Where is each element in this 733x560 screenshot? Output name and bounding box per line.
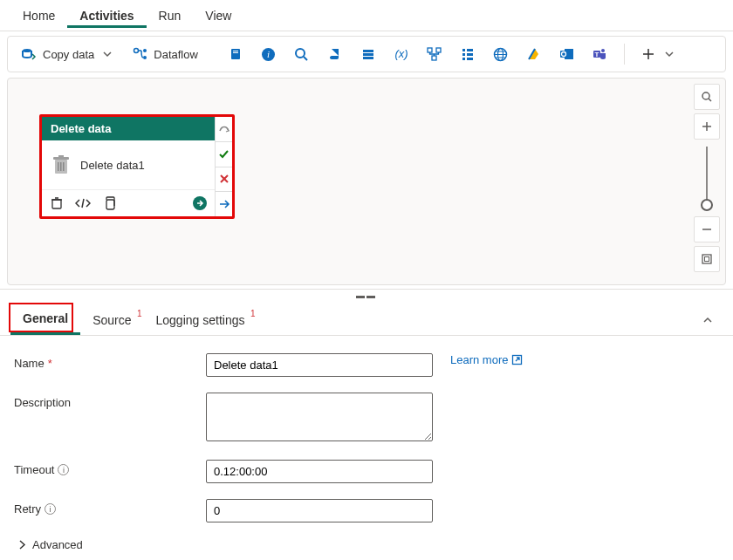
general-form: Name* Learn more Description Timeout i <box>0 336 733 560</box>
svg-rect-20 <box>467 49 473 51</box>
svg-rect-33 <box>58 155 64 157</box>
connector-fail[interactable] <box>216 167 232 193</box>
function-tool-button[interactable] <box>519 43 549 65</box>
copy-data-icon <box>22 46 38 62</box>
svg-rect-42 <box>705 257 709 262</box>
notebook-icon <box>228 46 243 62</box>
connector-completion[interactable] <box>216 192 232 216</box>
svg-point-30 <box>601 49 605 52</box>
nav-view[interactable]: View <box>193 3 243 28</box>
script-tool-button[interactable] <box>320 43 350 65</box>
pipeline-canvas[interactable]: Delete data Delete data1 <box>7 78 726 285</box>
advanced-toggle[interactable]: Advanced <box>14 538 719 551</box>
tab-source-label: Source <box>92 313 131 327</box>
svg-rect-12 <box>363 57 373 59</box>
variable-icon: (x) <box>394 46 409 62</box>
web-tool-button[interactable] <box>486 43 516 65</box>
advanced-label: Advanced <box>32 538 83 551</box>
canvas-search-button[interactable] <box>694 84 720 110</box>
svg-text:i: i <box>267 49 270 59</box>
svg-text:T: T <box>595 51 599 58</box>
panel-collapse-button[interactable] <box>693 309 723 331</box>
code-action-icon[interactable] <box>75 195 91 211</box>
tab-source[interactable]: Source 1 <box>80 306 143 334</box>
row-name: Name* Learn more <box>14 353 719 377</box>
svg-rect-10 <box>363 50 373 52</box>
svg-rect-15 <box>436 48 441 52</box>
chevron-right-icon <box>17 540 27 550</box>
nav-activities[interactable]: Activities <box>67 3 146 28</box>
activity-node-selected[interactable]: Delete data Delete data1 <box>39 114 235 219</box>
zoom-slider[interactable] <box>706 147 708 209</box>
nav-home[interactable]: Home <box>10 3 67 28</box>
nav-run[interactable]: Run <box>147 3 194 28</box>
copy-action-icon[interactable] <box>101 195 117 211</box>
name-label: Name* <box>14 353 206 370</box>
svg-rect-22 <box>467 58 473 60</box>
activity-node-header: Delete data <box>42 117 215 140</box>
tab-general[interactable]: General <box>10 304 80 335</box>
info-tool-button[interactable]: i <box>254 43 284 65</box>
properties-panel: ▬▬ General Source 1 Logging settings 1 N… <box>0 289 733 560</box>
retry-input[interactable] <box>206 499 433 522</box>
pipeline-icon <box>427 46 442 62</box>
timeout-input[interactable] <box>206 460 433 483</box>
activity-node-body: Delete data1 <box>42 140 215 190</box>
connector-success[interactable] <box>216 142 232 167</box>
data-tool-button[interactable] <box>353 43 383 65</box>
list-tool-button[interactable] <box>453 43 483 65</box>
panel-resize-grip[interactable]: ▬▬ <box>0 290 733 301</box>
connector-skip[interactable] <box>216 117 232 142</box>
chevron-down-icon <box>661 46 677 62</box>
run-action-icon[interactable] <box>192 195 208 211</box>
notebook-tool-button[interactable] <box>221 43 250 65</box>
zoom-in-button[interactable] <box>694 113 720 140</box>
delete-action-icon[interactable] <box>49 195 65 211</box>
add-activity-button[interactable] <box>634 43 684 65</box>
learn-more-label: Learn more <box>450 353 508 366</box>
search-icon <box>294 46 310 62</box>
svg-rect-16 <box>432 56 436 60</box>
pipeline-tool-button[interactable] <box>420 43 449 65</box>
outlook-icon <box>559 46 575 62</box>
row-timeout: Timeout i <box>14 460 719 483</box>
learn-more-link[interactable]: Learn more <box>450 353 523 366</box>
plus-icon <box>641 46 656 62</box>
teams-icon: T <box>593 46 608 62</box>
svg-point-40 <box>702 92 709 99</box>
activity-node-label: Delete data1 <box>80 159 145 172</box>
dataflow-icon <box>133 46 148 62</box>
svg-point-0 <box>23 49 31 52</box>
svg-rect-21 <box>467 53 473 56</box>
info-icon[interactable]: i <box>58 464 69 475</box>
dataflow-button[interactable]: Dataflow <box>126 43 205 65</box>
copy-data-button[interactable]: Copy data <box>15 43 122 65</box>
canvas-container: Delete data Delete data1 <box>7 78 726 285</box>
teams-tool-button[interactable]: T <box>586 43 615 65</box>
svg-point-3 <box>143 56 147 59</box>
description-textarea[interactable] <box>206 393 433 441</box>
svg-rect-18 <box>462 53 465 56</box>
zoom-out-button[interactable] <box>694 216 720 242</box>
svg-rect-38 <box>106 200 114 209</box>
tab-general-label: General <box>23 311 68 325</box>
chevron-down-icon <box>99 46 115 62</box>
tab-logging-settings[interactable]: Logging settings 1 <box>144 306 257 334</box>
name-input[interactable] <box>206 353 433 377</box>
row-description: Description <box>14 393 719 444</box>
outlook-tool-button[interactable] <box>552 43 582 65</box>
fit-screen-button[interactable] <box>694 246 720 272</box>
tab-logging-error-badge: 1 <box>250 309 256 318</box>
top-nav: Home Activities Run View <box>0 0 733 31</box>
info-icon[interactable]: i <box>45 503 56 515</box>
variable-tool-button[interactable]: (x) <box>387 43 416 65</box>
function-icon <box>526 46 542 62</box>
activity-node-footer <box>42 190 215 216</box>
zoom-slider-thumb[interactable] <box>701 199 713 211</box>
search-tool-button[interactable] <box>287 43 317 65</box>
svg-text:(x): (x) <box>394 47 408 60</box>
svg-point-2 <box>143 49 147 52</box>
activity-node-connectors <box>215 117 232 216</box>
list-icon <box>460 46 476 62</box>
svg-rect-17 <box>462 49 465 51</box>
